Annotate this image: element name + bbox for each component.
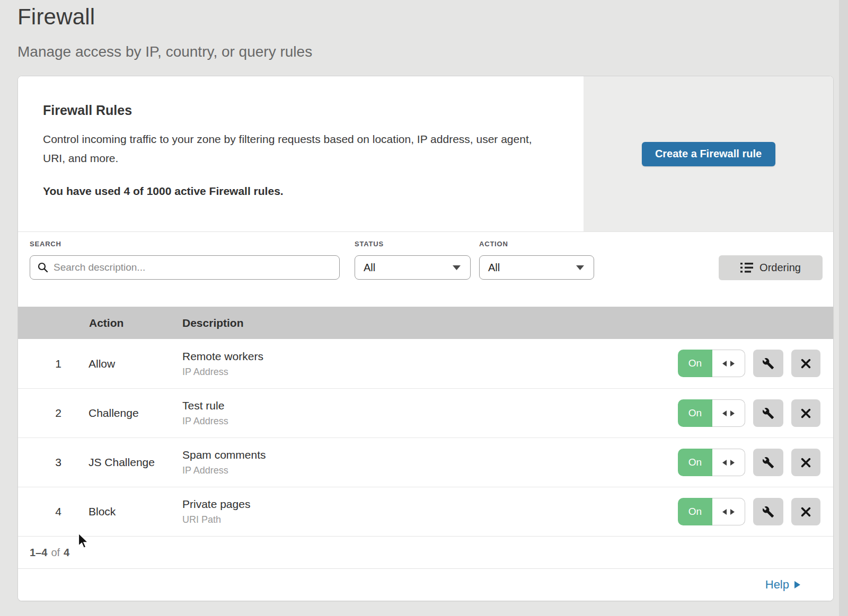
table-row: 4 Block Private pages URI Path On	[18, 487, 833, 536]
intro-usage: You have used 4 of 1000 active Firewall …	[43, 185, 552, 198]
rule-enabled-toggle[interactable]: On	[678, 498, 745, 525]
close-icon	[801, 359, 811, 369]
intro-heading: Firewall Rules	[43, 103, 552, 118]
search-box[interactable]	[30, 255, 340, 280]
page-header: Firewall Manage access by IP, country, o…	[17, 4, 312, 60]
search-label: SEARCH	[30, 240, 61, 248]
close-icon	[801, 507, 811, 517]
intro-text-panel: Firewall Rules Control incoming traffic …	[18, 76, 584, 231]
rule-enabled-toggle[interactable]: On	[678, 399, 745, 427]
wrench-icon	[762, 358, 774, 370]
ordered-list-icon	[740, 263, 753, 273]
help-link-label: Help	[765, 578, 789, 592]
filters-section: SEARCH STATUS All ACTION All	[18, 232, 833, 307]
action-select[interactable]: All	[479, 255, 594, 280]
search-input[interactable]	[54, 262, 332, 273]
close-icon	[801, 408, 811, 418]
rule-enabled-toggle[interactable]: On	[678, 449, 745, 476]
create-firewall-rule-button[interactable]: Create a Firewall rule	[642, 142, 775, 166]
rule-enabled-toggle[interactable]: On	[678, 350, 745, 377]
column-header-action: Action	[89, 307, 123, 339]
table-row: 2 Challenge Test rule IP Address On	[18, 388, 833, 438]
action-select-value: All	[488, 262, 500, 274]
table-row: 1 Allow Remote workers IP Address On	[18, 339, 833, 388]
column-header-description: Description	[182, 307, 244, 339]
toggle-arrows-icon[interactable]	[712, 498, 745, 525]
pagination-total: 4	[64, 547, 69, 559]
edit-rule-button[interactable]	[753, 449, 783, 476]
search-icon	[38, 262, 48, 273]
pagination-range: 1–4	[30, 547, 47, 559]
action-label: ACTION	[479, 240, 508, 248]
rule-controls: On	[18, 339, 833, 388]
table-header: Action Description	[18, 307, 833, 339]
close-icon	[801, 458, 811, 468]
create-rule-panel: Create a Firewall rule	[584, 76, 833, 231]
wrench-icon	[762, 457, 774, 469]
firewall-rules-card: Firewall Rules Control incoming traffic …	[17, 76, 834, 601]
toggle-on-label[interactable]: On	[678, 350, 712, 377]
status-select[interactable]: All	[355, 255, 471, 280]
intro-description: Control incoming traffic to your zone by…	[43, 130, 546, 168]
ordering-button-label: Ordering	[759, 262, 801, 274]
toggle-on-label[interactable]: On	[678, 449, 712, 476]
toggle-arrows-icon[interactable]	[712, 399, 745, 427]
chevron-down-icon	[453, 265, 461, 270]
page-subtitle: Manage access by IP, country, or query r…	[17, 43, 312, 60]
page-title: Firewall	[17, 4, 312, 30]
wrench-icon	[762, 407, 774, 419]
wrench-icon	[762, 506, 774, 518]
chevron-down-icon	[576, 265, 584, 270]
toggle-on-label[interactable]: On	[678, 498, 712, 525]
pagination-of: of	[51, 547, 60, 559]
delete-rule-button[interactable]	[791, 399, 820, 427]
delete-rule-button[interactable]	[791, 449, 820, 476]
ordering-button[interactable]: Ordering	[719, 255, 823, 280]
rule-controls: On	[18, 438, 833, 487]
toggle-arrows-icon[interactable]	[712, 449, 745, 476]
intro-section: Firewall Rules Control incoming traffic …	[18, 76, 833, 232]
edit-rule-button[interactable]	[753, 498, 783, 525]
toggle-on-label[interactable]: On	[678, 399, 712, 427]
edit-rule-button[interactable]	[753, 399, 783, 427]
card-footer: Help	[18, 568, 833, 601]
rule-controls: On	[18, 389, 833, 438]
pagination-bar: 1–4 of 4	[18, 536, 833, 568]
table-row: 3 JS Challenge Spam comments IP Address …	[18, 438, 833, 487]
delete-rule-button[interactable]	[791, 498, 820, 525]
rule-controls: On	[18, 487, 833, 536]
status-label: STATUS	[355, 240, 384, 248]
help-link[interactable]: Help	[765, 578, 800, 592]
status-select-value: All	[364, 262, 375, 274]
window-edge-strip	[839, 0, 848, 616]
arrow-right-icon	[794, 581, 800, 588]
delete-rule-button[interactable]	[791, 350, 820, 377]
toggle-arrows-icon[interactable]	[712, 350, 745, 377]
edit-rule-button[interactable]	[753, 350, 783, 377]
rules-table-body: 1 Allow Remote workers IP Address On	[18, 339, 833, 536]
